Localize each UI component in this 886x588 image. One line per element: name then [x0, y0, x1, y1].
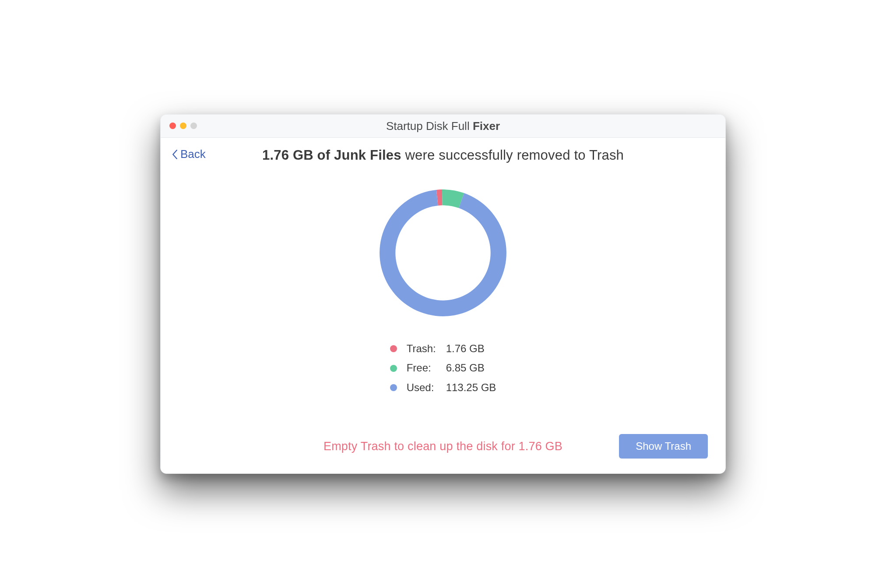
traffic-lights — [169, 122, 197, 129]
swatch-used — [390, 384, 397, 391]
legend-row-trash: Trash: 1.76 GB — [390, 339, 496, 358]
chevron-left-icon — [172, 150, 178, 159]
swatch-free — [390, 365, 397, 372]
show-trash-button[interactable]: Show Trash — [619, 434, 708, 458]
headline-rest: were successfully removed to Trash — [401, 147, 624, 163]
chart-container — [178, 182, 708, 323]
window-title: Startup Disk Full Fixer — [161, 119, 725, 133]
zoom-icon — [190, 122, 197, 129]
app-window: Startup Disk Full Fixer Back 1.76 GB of … — [160, 114, 726, 474]
legend-value-trash: 1.76 GB — [446, 339, 485, 358]
empty-trash-hint: Empty Trash to clean up the disk for 1.7… — [323, 440, 563, 453]
back-button[interactable]: Back — [172, 147, 206, 161]
swatch-trash — [390, 345, 397, 352]
legend-value-used: 113.25 GB — [446, 378, 496, 397]
back-label: Back — [180, 147, 206, 161]
minimize-icon[interactable] — [180, 122, 186, 129]
legend-row-free: Free: 6.85 GB — [390, 358, 496, 378]
legend-row-used: Used: 113.25 GB — [390, 378, 496, 397]
window-title-prefix: Startup Disk Full — [386, 119, 473, 133]
legend-label-used: Used: — [407, 378, 446, 397]
disk-usage-donut-chart — [373, 182, 513, 323]
content-area: Back 1.76 GB of Junk Files were successf… — [161, 138, 725, 473]
window-title-bold: Fixer — [473, 119, 500, 133]
legend: Trash: 1.76 GB Free: 6.85 GB Used: 113.2… — [390, 339, 496, 397]
legend-label-free: Free: — [407, 358, 446, 378]
donut-slice-used — [380, 190, 506, 316]
titlebar: Startup Disk Full Fixer — [161, 115, 725, 138]
close-icon[interactable] — [169, 122, 176, 129]
headline: 1.76 GB of Junk Files were successfully … — [178, 147, 708, 163]
footer: Empty Trash to clean up the disk for 1.7… — [178, 432, 708, 460]
headline-bold: 1.76 GB of Junk Files — [262, 147, 401, 163]
legend-label-trash: Trash: — [407, 339, 446, 358]
legend-value-free: 6.85 GB — [446, 358, 485, 378]
